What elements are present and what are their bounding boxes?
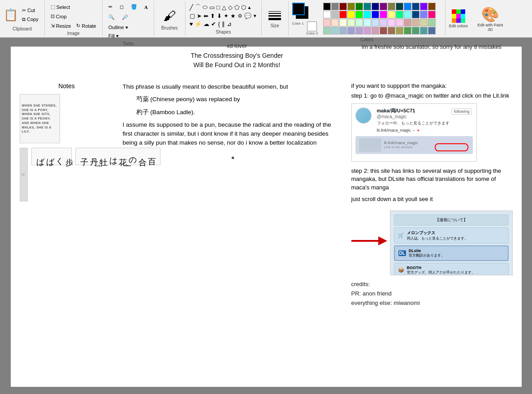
color-swatch[interactable] [347,19,355,26]
paint3d-label[interactable]: Edit with Paint 3D [477,23,504,32]
shapes-down-arrow[interactable]: ▼ [253,13,257,18]
color-swatch[interactable] [380,27,387,34]
rect-icon[interactable]: ▭ [209,4,215,11]
penta-icon[interactable]: ⬠ [234,4,240,11]
arrow-l-icon[interactable]: ⬅ [203,12,209,20]
text-button[interactable]: A [142,3,150,11]
color-swatch[interactable] [347,11,355,18]
triangle-icon[interactable]: △ [221,4,227,11]
color-swatch[interactable] [388,3,395,10]
paste-button[interactable]: 📋 [4,8,18,22]
color-swatch[interactable] [412,3,420,10]
cut-button[interactable]: ✂ Cut [20,6,41,15]
color-swatch[interactable] [339,3,347,10]
arrow-u-icon[interactable]: ⬆ [210,12,216,20]
oval-icon[interactable]: ⬭ [202,3,208,11]
color-swatch[interactable] [323,19,331,26]
fill-button[interactable]: Fill ▾ [106,32,121,40]
drag-dot[interactable] [232,157,234,159]
color-swatch[interactable] [372,11,379,18]
diamond-icon[interactable]: ◇ [228,4,233,11]
star6-icon[interactable]: ✡ [237,12,243,20]
color-swatch[interactable] [355,11,363,18]
edit-colors-label[interactable]: Edit colors [449,24,468,28]
color-swatch[interactable] [412,11,420,18]
color-swatch[interactable] [363,3,371,10]
eraser-button[interactable]: ◻ [117,3,126,11]
lightning-icon[interactable]: ⚡ [194,20,202,28]
color-swatch[interactable] [331,27,339,34]
cloud-icon[interactable]: ☁ [203,20,210,28]
color-swatch[interactable] [428,19,436,26]
color-swatch[interactable] [396,19,403,26]
color-swatch[interactable] [323,11,331,18]
color2-white-box[interactable] [307,21,317,31]
para-icon[interactable]: ∥ [221,20,225,28]
eyedropper-button[interactable]: 🔍 [106,13,117,21]
resize-button[interactable]: ⇲ Resize [48,21,74,30]
color-swatch[interactable] [420,3,428,10]
color-swatch[interactable] [412,27,420,34]
color-swatch[interactable] [355,19,363,26]
line-icon[interactable]: ╱ [189,4,194,11]
color-swatch[interactable] [404,19,411,26]
arrow-d-icon[interactable]: ⬇ [216,12,222,20]
shapes-up-arrow[interactable]: ▲ [247,5,252,10]
select-button[interactable]: ⬚ Select [48,3,73,11]
zoom-button[interactable]: 🔎 [120,13,130,21]
color-swatch[interactable] [428,27,436,34]
check-icon[interactable]: ✔ [211,20,216,28]
color-swatch[interactable] [412,19,420,26]
color-swatch[interactable] [363,19,371,26]
color1-box[interactable] [292,3,305,15]
color-swatch[interactable] [380,3,387,10]
color-swatch[interactable] [363,27,371,34]
color-swatch[interactable] [372,27,379,34]
color-swatch[interactable] [331,11,339,18]
color-swatch[interactable] [355,3,363,10]
curve-icon[interactable]: ⌒ [195,3,201,12]
color-swatch[interactable] [380,11,387,18]
color-swatch[interactable] [339,27,347,34]
pencil-button[interactable]: ✏ [106,3,115,11]
color-swatch[interactable] [388,27,395,34]
crop-button[interactable]: ⊡ Crop [48,12,69,21]
color-swatch[interactable] [339,19,347,26]
color-swatch[interactable] [420,19,428,26]
color-swatch[interactable] [388,19,395,26]
rr-icon[interactable]: ▢ [189,12,195,20]
color-swatch[interactable] [396,3,403,10]
heart-icon[interactable]: ♥ [189,20,194,28]
color-swatch[interactable] [388,11,395,18]
star4-icon[interactable]: ✦ [223,12,229,20]
rect2-icon[interactable]: □ [216,4,221,11]
color-swatch[interactable] [404,27,411,34]
color-swatch[interactable] [372,3,379,10]
color-swatch[interactable] [420,27,428,34]
call-icon[interactable]: 💬 [244,12,252,20]
color-swatch[interactable] [355,27,363,34]
color-swatch[interactable] [396,27,403,34]
color-swatch[interactable] [339,11,347,18]
brace-icon[interactable]: { [217,20,220,28]
color-swatch[interactable] [372,19,379,26]
color-swatch[interactable] [428,11,436,18]
color-swatch[interactable] [331,3,339,10]
color-swatch[interactable] [331,19,339,26]
color-swatch[interactable] [420,11,428,18]
color-swatch[interactable] [404,3,411,10]
color-swatch[interactable] [428,3,436,10]
color-swatch[interactable] [380,19,387,26]
star5-icon[interactable]: ★ [230,12,236,20]
arrow-r-icon[interactable]: ➤ [196,12,202,20]
isoc-icon[interactable]: ⊿ [226,20,232,28]
color-swatch[interactable] [396,11,403,18]
copy-button[interactable]: ⧉ Copy [20,15,41,24]
color-swatch[interactable] [404,11,411,18]
color-swatch[interactable] [347,27,355,34]
rotate-button[interactable]: ↻ Rotate [74,21,98,30]
color-swatch[interactable] [347,3,355,10]
color-swatch[interactable] [323,27,331,34]
color-swatch[interactable] [323,3,331,10]
hex-icon[interactable]: ⬡ [241,4,247,11]
